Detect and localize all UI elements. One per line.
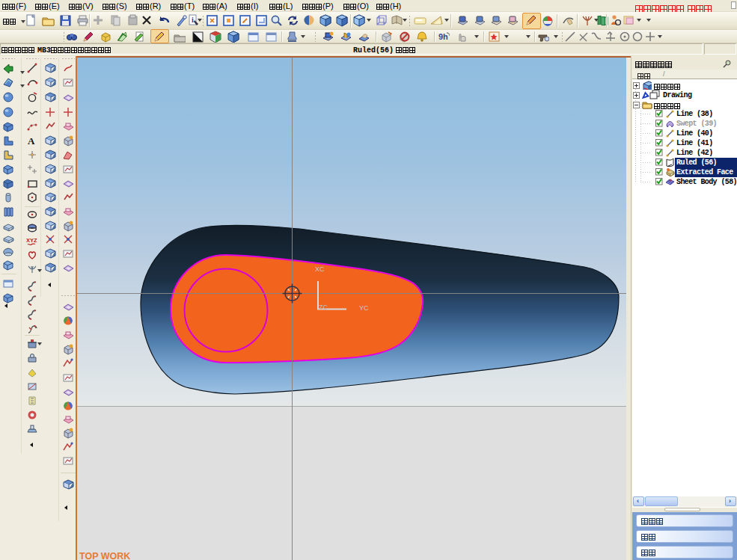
svg-text:A: A — [28, 135, 35, 147]
svg-text:XYZ: XYZ — [26, 237, 37, 244]
svg-text:#: # — [670, 178, 672, 182]
svg-text:XC: XC — [315, 265, 325, 273]
svg-text:ZC: ZC — [319, 304, 328, 311]
svg-text:i: i — [192, 16, 194, 24]
svg-text:YC: YC — [359, 304, 369, 312]
svg-text:9h: 9h — [438, 32, 448, 41]
